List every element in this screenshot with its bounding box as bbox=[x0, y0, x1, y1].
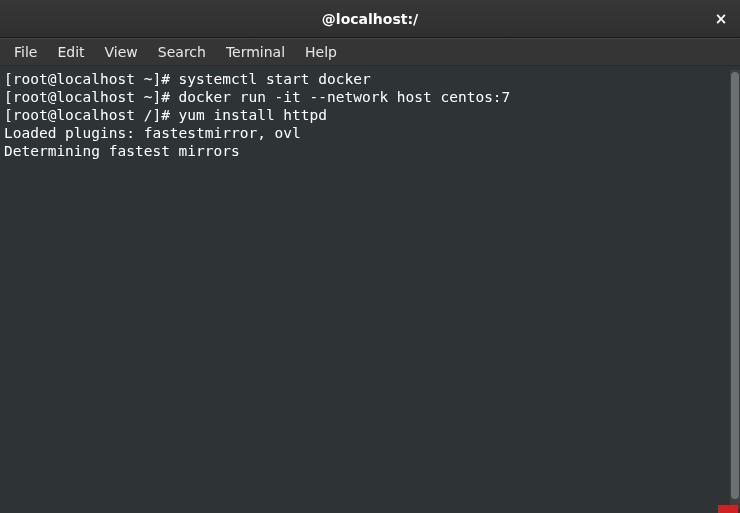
close-button[interactable]: × bbox=[710, 8, 732, 30]
terminal-line: Determining fastest mirrors bbox=[4, 143, 240, 159]
titlebar[interactable]: @localhost:/ × bbox=[0, 0, 740, 38]
menu-help[interactable]: Help bbox=[295, 40, 347, 64]
terminal-window: @localhost:/ × File Edit View Search Ter… bbox=[0, 0, 740, 513]
scrollbar-thumb[interactable] bbox=[731, 72, 739, 499]
close-icon: × bbox=[715, 10, 728, 28]
terminal-line: [root@localhost ~]# systemctl start dock… bbox=[4, 71, 371, 87]
terminal-area[interactable]: [root@localhost ~]# systemctl start dock… bbox=[0, 66, 740, 513]
menubar: File Edit View Search Terminal Help bbox=[0, 38, 740, 66]
menu-terminal[interactable]: Terminal bbox=[216, 40, 295, 64]
overflow-indicator bbox=[718, 505, 738, 513]
menu-search[interactable]: Search bbox=[148, 40, 216, 64]
menu-edit[interactable]: Edit bbox=[47, 40, 94, 64]
terminal-line: Loaded plugins: fastestmirror, ovl bbox=[4, 125, 301, 141]
scrollbar[interactable] bbox=[730, 70, 740, 509]
menu-file[interactable]: File bbox=[4, 40, 47, 64]
menu-view[interactable]: View bbox=[95, 40, 148, 64]
terminal-content[interactable]: [root@localhost ~]# systemctl start dock… bbox=[4, 70, 730, 509]
terminal-line: [root@localhost ~]# docker run -it --net… bbox=[4, 89, 510, 105]
terminal-line: [root@localhost /]# yum install httpd bbox=[4, 107, 327, 123]
window-title: @localhost:/ bbox=[322, 11, 418, 27]
